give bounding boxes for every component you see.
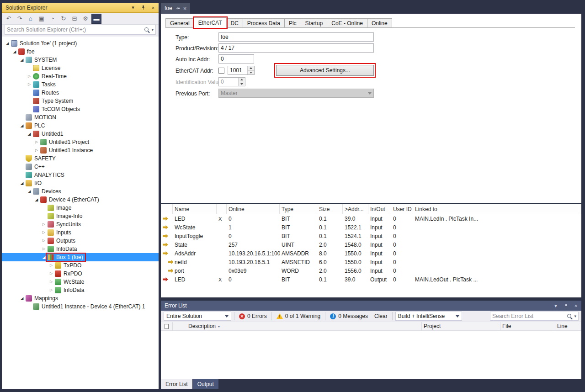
tree-item[interactable]: Untitled1 Project [2, 138, 159, 146]
expander-icon[interactable] [34, 196, 39, 204]
spin-up-button[interactable] [248, 66, 254, 71]
expander-icon[interactable] [41, 237, 47, 245]
expander-icon[interactable] [12, 48, 17, 56]
device-dialog-tab[interactable]: DC [226, 18, 243, 27]
clear-button[interactable]: Clear [372, 312, 389, 320]
tree-item[interactable]: SAFETY [2, 154, 159, 163]
device-dialog-tab[interactable]: Process Data [243, 18, 285, 27]
tab-output[interactable]: Output [193, 379, 218, 389]
tree-item[interactable]: MOTION [2, 113, 159, 122]
column-header-size[interactable]: Size [317, 204, 343, 214]
column-header-type[interactable]: Type [280, 204, 317, 214]
tree-item[interactable]: WcState [2, 278, 159, 286]
tree-item[interactable]: SyncUnits [2, 220, 159, 228]
device-dialog-tab[interactable]: CoE - Online [327, 18, 367, 27]
column-header-addr[interactable]: >Addr... [343, 204, 368, 214]
device-dialog-tab[interactable]: EtherCAT [194, 17, 227, 28]
variable-row[interactable]: InputToggle 0 BIT 0.1 1524.1 Input 0 [161, 232, 581, 240]
expander-icon[interactable] [48, 286, 54, 294]
column-header-linkedto[interactable]: Linked to [413, 204, 581, 214]
expander-icon[interactable] [41, 253, 47, 262]
window-position-icon[interactable]: ▾ [552, 302, 559, 309]
expander-icon[interactable] [5, 39, 10, 48]
variable-row[interactable]: State 257 UINT 2.0 1548.0 Input 0 [161, 240, 581, 249]
expander-icon[interactable] [48, 261, 54, 270]
tree-item[interactable]: Type System [2, 97, 159, 105]
expander-icon[interactable] [48, 278, 54, 286]
close-icon[interactable]: × [149, 4, 157, 11]
column-header-online[interactable]: Online [227, 204, 280, 214]
ethercat-addr-input[interactable] [228, 66, 247, 74]
device-dialog-tab[interactable]: Startup [301, 18, 328, 27]
close-icon[interactable]: × [572, 302, 580, 309]
tree-item[interactable]: Mappings [2, 294, 159, 302]
expander-icon[interactable] [34, 138, 39, 146]
tree-item[interactable]: PLC [2, 122, 159, 130]
tree-item[interactable]: Routes [2, 89, 159, 97]
switch-views-button[interactable]: ▣ [37, 14, 47, 24]
tree-item[interactable]: Real-Time [2, 72, 159, 80]
build-intellisense-select[interactable]: Build + IntelliSense [395, 312, 462, 321]
auto-inc-addr-input[interactable] [218, 54, 254, 64]
document-tab-foe[interactable]: foe × [161, 3, 190, 14]
tree-item[interactable]: InfoData [2, 286, 159, 294]
type-input[interactable] [218, 32, 374, 42]
window-position-icon[interactable]: ▾ [129, 4, 137, 11]
tree-item[interactable]: Devices [2, 187, 159, 196]
identification-value-input[interactable] [219, 78, 238, 86]
home-button[interactable]: ⌂ [26, 14, 36, 24]
pin-icon[interactable] [562, 302, 569, 309]
expander-icon[interactable] [34, 146, 39, 154]
advanced-settings-button[interactable]: Advanced Settings... [276, 65, 374, 76]
device-dialog-tab[interactable]: Online [367, 18, 392, 27]
tree-item[interactable]: Untitled1 Instance [2, 146, 159, 154]
tree-item[interactable]: Untitled1 Instance - Device 4 (EtherCAT)… [2, 302, 159, 311]
column-header-project[interactable]: Project [422, 322, 500, 330]
spin-up-button[interactable] [239, 78, 245, 82]
pin-icon[interactable] [139, 4, 147, 11]
error-search-input[interactable] [492, 313, 567, 319]
variable-row[interactable]: port 0x03e9 WORD 2.0 1556.0 Input 0 [161, 266, 581, 275]
expander-icon[interactable] [27, 72, 32, 80]
forward-button[interactable]: ↷ [15, 14, 25, 24]
tree-item[interactable]: SYSTEM [2, 56, 159, 64]
expander-icon[interactable] [41, 245, 47, 253]
tree-item[interactable]: TxPDO [2, 261, 159, 270]
variable-row[interactable]: WcState 1 BIT 0.1 1522.1 Input 0 [161, 223, 581, 232]
tree-item[interactable]: InfoData [2, 245, 159, 253]
tree-item[interactable]: Device 4 (EtherCAT) [2, 196, 159, 204]
expander-icon[interactable] [27, 80, 32, 89]
expander-icon[interactable] [27, 187, 32, 196]
device-dialog-tab[interactable]: General [165, 18, 194, 27]
tree-item[interactable]: C++ [2, 163, 159, 171]
variable-row[interactable]: LED X 0 BIT 0.1 39.0 Output 0 MAIN.LedOu… [161, 275, 581, 284]
expander-icon[interactable] [27, 130, 32, 138]
column-header-file[interactable]: File [500, 322, 555, 330]
tree-item[interactable]: License [2, 64, 159, 72]
warnings-filter-button[interactable]: 0 of 1 Warning [275, 312, 323, 320]
preview-toggle-button[interactable]: ▬ [91, 14, 101, 24]
search-icon[interactable] [144, 27, 150, 33]
expander-icon[interactable] [19, 294, 25, 303]
product-revision-input[interactable] [218, 43, 374, 53]
expander-icon[interactable] [19, 122, 25, 130]
tree-item[interactable]: Tasks [2, 80, 159, 89]
expander-icon[interactable] [41, 228, 47, 237]
messages-filter-button[interactable]: 0 Messages [328, 312, 370, 320]
search-icon[interactable] [567, 313, 573, 319]
tree-item[interactable]: ANALYTICS [2, 171, 159, 179]
chevron-down-icon[interactable]: ▾ [151, 27, 154, 32]
tree-item[interactable]: I/O [2, 179, 159, 187]
column-header-userid[interactable]: User ID [391, 204, 413, 214]
pending-changes-button[interactable]: ◔ [48, 14, 58, 24]
variable-row[interactable]: netId 10.193.20.16.5.1 AMSNETID 6.0 1550… [161, 258, 581, 266]
pin-icon[interactable] [176, 6, 180, 11]
tree-item[interactable]: Image [2, 204, 159, 212]
column-header-name[interactable]: Name [173, 204, 217, 214]
tree-item[interactable]: Untitled1 [2, 130, 159, 138]
refresh-button[interactable]: ↻ [58, 14, 69, 24]
tree-item[interactable]: Outputs [2, 237, 159, 245]
chevron-down-icon[interactable]: ▾ [574, 314, 576, 318]
back-button[interactable]: ↶ [4, 14, 14, 24]
spin-down-button[interactable] [248, 71, 254, 75]
